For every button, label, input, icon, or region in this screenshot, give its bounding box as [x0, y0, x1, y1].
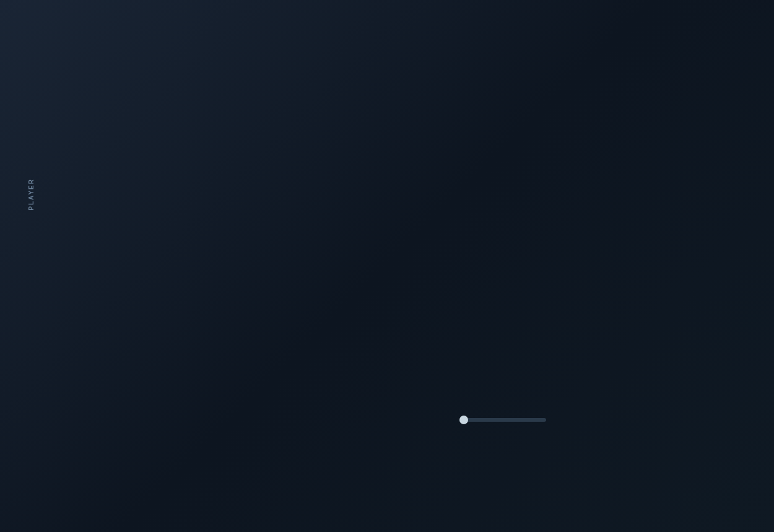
app-container: wemod 🔍 ✕ Dashboard Games Requests Hub 1… [0, 0, 774, 532]
player-label: PLAYER [28, 178, 35, 211]
slider-track-set-game-time[interactable] [459, 418, 546, 422]
background-overlay [0, 0, 774, 532]
